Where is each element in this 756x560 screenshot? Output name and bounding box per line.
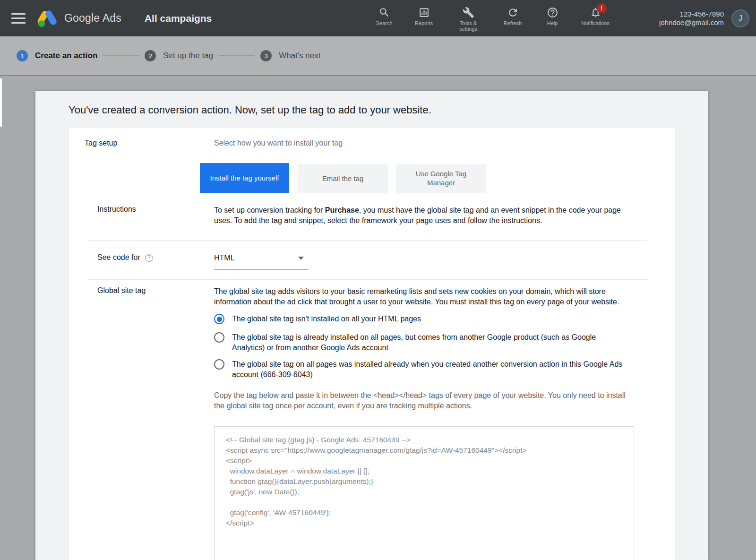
global-site-tag-content: The global site tag adds visitors to you…: [214, 286, 634, 560]
radio-tag-from-other-action[interactable]: The global site tag on all pages was ins…: [214, 359, 634, 380]
account-phone: 123-456-7890: [659, 10, 724, 18]
framework-select[interactable]: HTML: [214, 253, 309, 270]
top-app-bar: Google Ads All campaigns Search Reports …: [0, 0, 756, 36]
nav-label: Tools & settings: [453, 20, 484, 32]
tab-email-the-tag[interactable]: Email the tag: [298, 164, 387, 192]
tag-setup-hint: Select how you want to install your tag: [214, 139, 343, 147]
divider: [622, 9, 622, 28]
menu-icon[interactable]: [11, 13, 26, 24]
step-label: What's next: [279, 51, 320, 60]
account-info: 123-456-7890 johndoe@gmail.com: [659, 10, 724, 27]
radio-button-icon[interactable]: [214, 332, 224, 343]
global-site-tag-label: Global site tag: [97, 286, 214, 560]
help-icon[interactable]: ?: [145, 254, 153, 262]
notification-badge: !: [597, 3, 607, 13]
radio-button-icon[interactable]: [214, 314, 224, 324]
product-name: Google Ads: [64, 12, 121, 25]
top-nav: Search Reports Tools & settings Refresh …: [373, 0, 610, 36]
tools-settings-icon: [463, 7, 474, 18]
page-title: You've created a conversion action. Now,…: [69, 103, 708, 117]
avatar[interactable]: J: [731, 9, 749, 27]
instructions-label: Instructions: [97, 205, 214, 226]
instructions-row: Instructions To set up conversion tracki…: [69, 193, 675, 240]
step-number: 1: [17, 50, 28, 61]
divider: [134, 9, 134, 28]
global-site-tag-description: The global site tag adds visitors to you…: [214, 286, 634, 307]
step-connector: [219, 55, 255, 56]
nav-label: Search: [376, 20, 393, 26]
tab-label: Email the tag: [322, 174, 364, 182]
copy-instruction: Copy the tag below and paste it in betwe…: [214, 390, 634, 411]
tag-setup-card: Tag setup Select how you want to install…: [69, 127, 675, 560]
nav-label: Reports: [415, 20, 433, 26]
step-whats-next: 3 What's next: [260, 50, 320, 61]
help-button[interactable]: Help: [541, 7, 563, 26]
radio-button-icon[interactable]: [214, 359, 224, 370]
google-ads-logo-icon: [37, 9, 59, 28]
tab-label: Use Google Tag Manager: [416, 170, 466, 187]
search-button[interactable]: Search: [373, 7, 395, 26]
nav-label: Help: [547, 20, 558, 26]
account-email: johndoe@gmail.com: [659, 18, 724, 27]
tab-install-the-tag-yourself[interactable]: Install the tag yourself: [200, 163, 289, 193]
nav-label: Notifications: [581, 20, 610, 26]
search-icon: [378, 7, 390, 18]
radio-tag-not-installed[interactable]: The global site tag isn't installed on a…: [214, 314, 634, 324]
see-code-for-label: See code for ?: [97, 253, 214, 262]
step-create-an-action: 1 Create an action: [17, 50, 97, 61]
dropdown-arrow-icon: [298, 257, 304, 260]
progress-stepper: 1 Create an action 2 Set up the tag 3 Wh…: [0, 36, 756, 76]
global-site-tag-code: <!-- Global site tag (gtag.js) - Google …: [226, 435, 622, 528]
context-title: All campaigns: [145, 13, 212, 24]
conversion-name: Purchase: [325, 206, 359, 214]
refresh-icon: [507, 7, 519, 18]
radio-tag-from-other-product[interactable]: The global site tag is already installed…: [214, 332, 634, 353]
section-label-tag-setup: Tag setup: [85, 139, 214, 147]
framework-select-value: HTML: [214, 254, 235, 262]
tag-setup-header-row: Tag setup Select how you want to install…: [69, 128, 675, 147]
global-site-tag-row: Global site tag The global site tag adds…: [69, 280, 675, 560]
step-set-up-the-tag: 2 Set up the tag: [145, 50, 213, 61]
see-code-for-row: See code for ? HTML: [69, 241, 675, 279]
tab-use-google-tag-manager[interactable]: Use Google Tag Manager: [396, 164, 486, 192]
global-site-tag-code-box[interactable]: <!-- Global site tag (gtag.js) - Google …: [214, 426, 634, 560]
instructions-text: To set up conversion tracking for Purcha…: [214, 205, 634, 226]
step-label: Set up the tag: [163, 51, 213, 60]
step-number: 3: [260, 50, 272, 61]
reports-icon: [418, 7, 430, 18]
avatar-initial: J: [739, 14, 743, 23]
nav-label: Refresh: [504, 20, 522, 26]
notifications-button[interactable]: ! Notifications: [581, 7, 610, 26]
tag-setup-dialog: You've created a conversion action. Now,…: [35, 91, 708, 560]
help-icon: [547, 7, 558, 18]
tools-settings-button[interactable]: Tools & settings: [453, 7, 484, 32]
tab-label: Install the tag yourself: [210, 174, 279, 182]
reports-button[interactable]: Reports: [413, 7, 435, 26]
refresh-button[interactable]: Refresh: [502, 7, 524, 26]
google-ads-app: Google Ads All campaigns Search Reports …: [0, 0, 756, 560]
step-connector: [103, 55, 139, 56]
step-number: 2: [145, 50, 156, 61]
step-label: Create an action: [35, 51, 97, 60]
page-edge-sliver: [0, 78, 2, 127]
install-method-tabs: Install the tag yourself Email the tag U…: [200, 163, 675, 193]
